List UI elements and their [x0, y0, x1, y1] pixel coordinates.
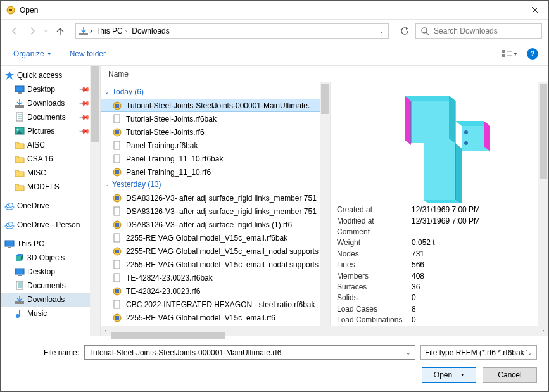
- organize-menu[interactable]: Organize▼: [11, 47, 54, 61]
- search-input[interactable]: Search Downloads: [415, 23, 542, 39]
- details-scrollbar[interactable]: [538, 82, 548, 326]
- svg-marker-42: [455, 143, 462, 203]
- recent-dropdown[interactable]: [42, 23, 50, 39]
- svg-marker-38: [405, 96, 455, 101]
- new-folder-button[interactable]: New folder: [67, 47, 108, 61]
- file-group[interactable]: ⌄Today (6): [101, 86, 330, 99]
- open-button[interactable]: Open▼: [422, 367, 476, 383]
- tree-downloads[interactable]: Downloads📌: [1, 96, 100, 110]
- titlebar: Open: [1, 1, 548, 20]
- close-button[interactable]: [522, 1, 548, 20]
- prop-loadcomb: 0: [412, 315, 416, 324]
- refresh-button[interactable]: [396, 23, 413, 39]
- nav-tree[interactable]: Quick access Desktop📌 Downloads📌 Documen…: [1, 66, 101, 336]
- tree-quick-access[interactable]: Quick access: [1, 68, 100, 82]
- column-header-name[interactable]: Name: [101, 66, 548, 82]
- up-button[interactable]: [53, 23, 68, 39]
- file-item[interactable]: Tutorial-Steel-Joints.rf6bak: [101, 112, 330, 125]
- horizontal-scrollbar[interactable]: ‹›: [101, 326, 548, 336]
- file-item[interactable]: Tutorial-Steel-Joints-SteelJoints-000001…: [101, 99, 330, 112]
- help-button[interactable]: ?: [527, 48, 538, 60]
- file-list[interactable]: ⌄Today (6)Tutorial-Steel-Joints-SteelJoi…: [101, 82, 330, 326]
- tree-documents[interactable]: Documents📌: [1, 110, 100, 124]
- file-item[interactable]: TE-42824-23.0023.rf6: [101, 284, 330, 298]
- tree-pictures[interactable]: Pictures📌: [1, 124, 100, 138]
- file-item[interactable]: 2255-RE VAG Global model_V15c_email_noda…: [101, 258, 330, 271]
- file-item[interactable]: Panel Training.rf6bak: [101, 139, 330, 152]
- file-item[interactable]: Panel Training_11_10.rf6bak: [101, 152, 330, 165]
- tree-desktop[interactable]: Desktop📌: [1, 82, 100, 96]
- nav-toolbar: › This PC› Downloads ⌄ Search Downloads: [1, 20, 548, 42]
- svg-point-48: [464, 141, 468, 145]
- tree-csa16[interactable]: CSA 16: [1, 152, 100, 166]
- back-button[interactable]: [7, 23, 22, 39]
- tree-music[interactable]: Music: [1, 307, 100, 320]
- file-item[interactable]: Panel Training_11_10.rf6: [101, 165, 330, 179]
- file-icon: [112, 273, 122, 283]
- svg-marker-40: [449, 96, 455, 143]
- cancel-button[interactable]: Cancel: [483, 367, 537, 383]
- svg-marker-39: [411, 101, 455, 143]
- svg-marker-41: [424, 143, 455, 200]
- file-icon: [112, 246, 122, 256]
- file-item[interactable]: 2255-RE VAG Global model_V15c_email.rf6: [101, 311, 330, 324]
- pin-icon: 📌: [78, 111, 90, 123]
- file-icon: [112, 313, 122, 323]
- file-item[interactable]: 2255-RE VAG Global model_V15c_email_noda…: [101, 244, 330, 258]
- prop-weight: 0.052 t: [412, 238, 435, 247]
- path-downloads[interactable]: Downloads: [130, 27, 171, 35]
- file-group[interactable]: ⌄Yesterday (13): [101, 179, 330, 191]
- file-icon: [112, 193, 122, 203]
- preview-thumbnail: [331, 82, 548, 204]
- filename-input[interactable]: Tutorial-Steel-Joints-SteelJoints-000001…: [84, 345, 415, 360]
- svg-rect-33: [502, 54, 505, 57]
- chevron-down-icon[interactable]: ⌄: [375, 28, 388, 34]
- tree-this-pc[interactable]: This PC: [1, 237, 100, 251]
- file-item[interactable]: TE-42824-23.0023.rf6bak: [101, 271, 330, 284]
- tree-models[interactable]: MODELS: [1, 180, 100, 194]
- file-item[interactable]: CBC 2022-INTEGRATED HEXAGON - steel rati…: [101, 298, 330, 311]
- tree-misc[interactable]: MISC: [1, 166, 100, 180]
- prop-created: 12/31/1969 7:00 PM: [412, 205, 480, 214]
- file-icon: [112, 206, 122, 217]
- filetype-dropdown[interactable]: File type RFEM (*.rf6 *.rf6bak *.r ⌄: [420, 345, 537, 360]
- path-this-pc[interactable]: This PC›: [94, 27, 129, 35]
- drive-icon: [79, 26, 89, 36]
- command-bar: Organize▼ New folder ▼ ?: [1, 42, 548, 65]
- file-item[interactable]: DSA83126-V3- after adj surface_rigid lin…: [101, 205, 330, 218]
- file-icon: [112, 101, 122, 111]
- filename-label: File name:: [39, 348, 79, 357]
- file-item[interactable]: DSA83126-V3- after adj surface_rigid lin…: [101, 191, 330, 205]
- tree-onedrive-personal[interactable]: OneDrive - Person: [1, 218, 100, 232]
- file-icon: [112, 127, 122, 137]
- app-icon: [6, 5, 16, 15]
- file-item[interactable]: Tutorial-Steel-Joints.rf6: [101, 125, 330, 139]
- file-item[interactable]: DSA83126-V3- after adj surface_rigid lin…: [101, 218, 330, 231]
- file-item[interactable]: 2255-RE VAG Global model_V15c_email.rf6b…: [101, 231, 330, 244]
- prop-loadcases: 8: [412, 305, 416, 313]
- address-bar[interactable]: › This PC› Downloads ⌄: [75, 23, 389, 39]
- prop-modified: 12/31/1969 7:00 PM: [412, 217, 480, 225]
- view-menu[interactable]: ▼: [502, 49, 518, 58]
- tree-onedrive[interactable]: OneDrive: [1, 199, 100, 213]
- file-icon: [112, 220, 122, 230]
- tree-documents2[interactable]: Documents: [1, 279, 100, 293]
- file-icon: [112, 167, 122, 177]
- svg-marker-43: [424, 200, 462, 203]
- tree-aisc[interactable]: AISC: [1, 138, 100, 152]
- tree-desktop2[interactable]: Desktop: [1, 265, 100, 279]
- footer: File name: Tutorial-Steel-Joints-SteelJo…: [1, 336, 548, 391]
- files-scrollbar[interactable]: [320, 82, 330, 326]
- preview-pane: Created at12/31/1969 7:00 PM Modified at…: [330, 82, 548, 326]
- window-title: Open: [20, 6, 38, 15]
- tree-downloads2[interactable]: Downloads: [1, 293, 100, 307]
- file-icon: [112, 114, 122, 124]
- svg-rect-32: [502, 50, 505, 53]
- prop-surfaces: 36: [412, 282, 420, 291]
- svg-point-47: [464, 130, 468, 134]
- tree-3d-objects[interactable]: 3D Objects: [1, 251, 100, 265]
- tree-scrollbar[interactable]: [90, 66, 100, 336]
- forward-button[interactable]: [25, 23, 40, 39]
- prop-solids: 0: [412, 293, 416, 302]
- search-icon: [420, 26, 430, 36]
